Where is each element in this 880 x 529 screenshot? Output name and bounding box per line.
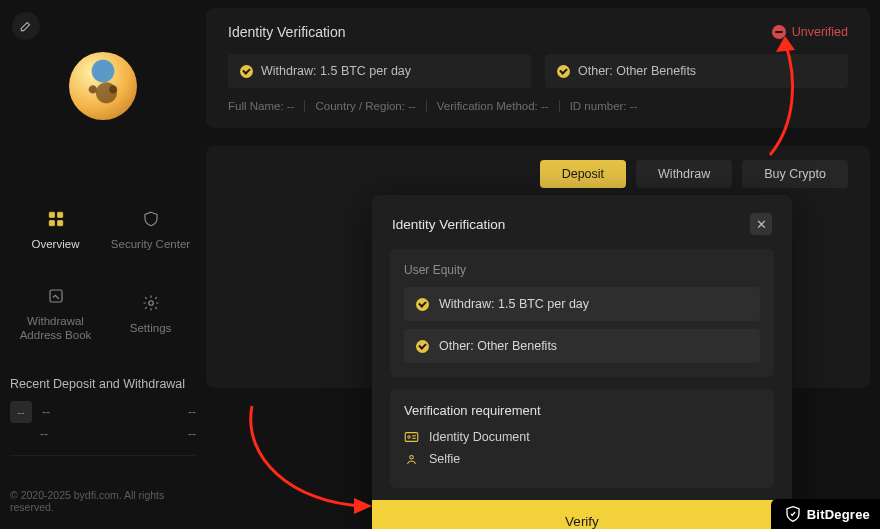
panel-title: Identity Verification [228,24,346,40]
close-icon: ✕ [756,217,767,232]
edit-profile-button[interactable] [12,12,40,40]
benefit-label: Withdraw: 1.5 BTC per day [261,64,411,78]
section-label: User Equity [404,263,760,277]
close-button[interactable]: ✕ [750,213,772,235]
identity-info-line: Full Name: -- Country / Region: -- Verif… [228,100,848,112]
grid-icon [45,209,67,229]
id-card-icon [404,430,419,444]
sidebar-item-security[interactable]: Security Center [103,190,198,268]
req-selfie: Selfie [404,452,760,466]
benefit-other: Other: Other Benefits [545,54,848,88]
equity-label: Other: Other Benefits [439,339,557,353]
sidebar-nav: Overview Security Center Withdrawal Addr… [8,190,198,355]
svg-rect-0 [49,212,54,217]
recent-title: Recent Deposit and Withdrawal [8,377,198,401]
status-badge: Unverified [772,25,848,39]
equity-label: Withdraw: 1.5 BTC per day [439,297,589,311]
gear-icon [140,293,162,313]
sidebar-item-label: Settings [130,321,172,335]
sidebar-item-settings[interactable]: Settings [103,272,198,355]
svg-point-8 [410,456,414,460]
sidebar-item-label: Withdrawal Address Book [14,314,97,343]
check-icon [416,340,429,353]
check-icon [240,65,253,78]
recent-placeholder-badge: -- [10,401,32,423]
avatar-container [8,52,198,120]
identity-verification-modal: Identity Verification ✕ User Equity With… [372,195,792,529]
sidebar: Overview Security Center Withdrawal Addr… [0,0,206,529]
modal-title: Identity Verification [392,217,505,232]
status-label: Unverified [792,25,848,39]
sidebar-item-address-book[interactable]: Withdrawal Address Book [8,272,103,355]
info-idnum: ID number: -- [570,100,638,112]
svg-rect-3 [57,220,62,225]
info-fullname: Full Name: -- [228,100,294,112]
recent-row: -- -- [8,423,198,445]
recent-cell: -- [188,405,196,419]
sidebar-item-label: Security Center [111,237,190,251]
svg-rect-6 [405,433,418,442]
tab-deposit[interactable]: Deposit [540,160,626,188]
req-label: Selfie [429,452,460,466]
copyright: © 2020-2025 bydfi.com. All rights reserv… [8,485,198,519]
req-identity-document: Identity Document [404,430,760,444]
tab-withdraw[interactable]: Withdraw [636,160,732,188]
wallet-tabs: Deposit Withdraw Buy Crypto [206,146,870,188]
svg-point-7 [408,436,411,439]
check-icon [416,298,429,311]
info-region: Country / Region: -- [315,100,415,112]
svg-point-5 [148,301,153,306]
svg-rect-2 [49,220,54,225]
recent-cell: -- [188,427,196,441]
tab-buy-crypto[interactable]: Buy Crypto [742,160,848,188]
watermark-label: BitDegree [807,507,870,522]
benefit-label: Other: Other Benefits [578,64,696,78]
addressbook-icon [45,286,67,306]
watermark: BitDegree [771,499,880,529]
equity-other: Other: Other Benefits [404,329,760,363]
divider [10,455,196,456]
svg-rect-1 [57,212,62,217]
sidebar-item-label: Overview [32,237,80,251]
user-equity-section: User Equity Withdraw: 1.5 BTC per day Ot… [390,249,774,377]
info-method: Verification Method: -- [437,100,549,112]
check-icon [557,65,570,78]
identity-panel: Identity Verification Unverified Withdra… [206,8,870,128]
recent-cell: -- [42,405,50,419]
selfie-icon [404,452,419,466]
section-title: Verification requirement [404,403,760,418]
shield-icon [140,209,162,229]
avatar[interactable] [69,52,137,120]
minus-circle-icon [772,25,786,39]
benefit-withdraw: Withdraw: 1.5 BTC per day [228,54,531,88]
verify-button[interactable]: Verify [372,500,792,529]
sidebar-item-overview[interactable]: Overview [8,190,103,268]
recent-cell: -- [40,427,48,441]
req-label: Identity Document [429,430,530,444]
equity-withdraw: Withdraw: 1.5 BTC per day [404,287,760,321]
verification-requirement-section: Verification requirement Identity Docume… [390,389,774,488]
recent-row: -- -- -- [8,401,198,423]
shield-icon [785,505,801,523]
